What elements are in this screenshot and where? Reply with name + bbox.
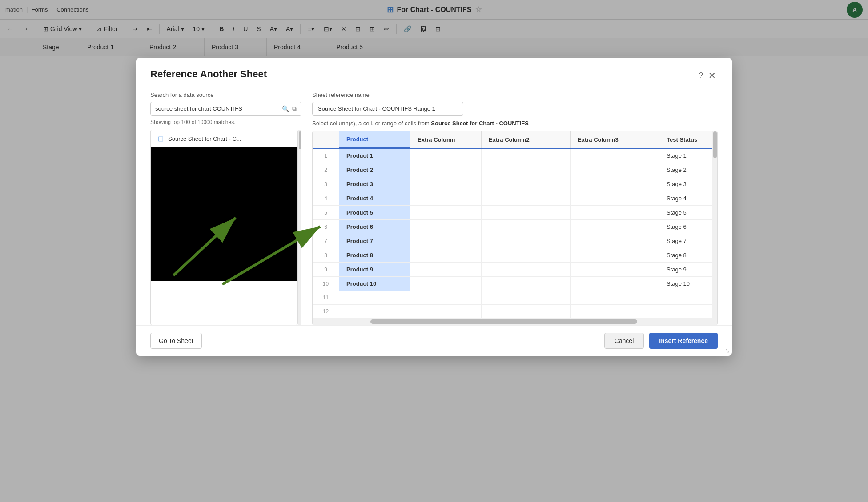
grid-col-extra3[interactable]: Extra Column3 <box>571 131 659 148</box>
grid-col-extra[interactable]: Extra Column <box>410 131 482 148</box>
cell-extra-12[interactable] <box>410 305 482 318</box>
cell-extra3-4[interactable] <box>571 191 659 205</box>
grid-col-test-status[interactable]: Test Status <box>659 131 718 148</box>
cell-extra2-12[interactable] <box>482 305 571 318</box>
cell-status-7[interactable]: Stage 7 <box>659 234 717 248</box>
cell-product-7[interactable]: Product 7 <box>339 234 410 248</box>
cell-product-2[interactable]: Product 2 <box>339 163 410 177</box>
cell-status-1[interactable]: Stage 1 <box>659 149 717 163</box>
cell-product-12[interactable] <box>339 305 410 318</box>
sheet-list-container: ⊞ Source Sheet for Chart - C... <box>150 130 298 325</box>
search-label: Search for a data source <box>150 92 301 98</box>
search-input[interactable] <box>155 105 279 112</box>
cell-extra3-8[interactable] <box>571 248 659 262</box>
cell-product-1[interactable]: Product 1 <box>339 149 410 163</box>
cell-extra3-5[interactable] <box>571 206 659 219</box>
sheet-item-name: Source Sheet for Chart - C... <box>168 135 241 142</box>
cell-status-3[interactable]: Stage 3 <box>659 177 717 191</box>
cell-extra3-9[interactable] <box>571 263 659 276</box>
cell-extra3-7[interactable] <box>571 234 659 248</box>
copy-icon[interactable]: ⧉ <box>292 105 297 112</box>
cell-extra3-11[interactable] <box>571 291 659 304</box>
cell-extra2-8[interactable] <box>482 248 571 262</box>
cell-extra3-10[interactable] <box>571 277 659 291</box>
close-button[interactable]: ✕ <box>707 68 718 83</box>
cell-extra2-11[interactable] <box>482 291 571 304</box>
grid-right-scrollbar[interactable] <box>712 131 717 325</box>
row-num-1: 1 <box>313 149 339 163</box>
cell-extra2-3[interactable] <box>482 177 571 191</box>
row-num-6: 6 <box>313 220 339 234</box>
cell-extra2-9[interactable] <box>482 263 571 276</box>
table-row: 12 <box>313 305 717 318</box>
left-scrollbar[interactable] <box>298 130 301 325</box>
data-grid: Product Extra Column Extra Column2 Extra… <box>312 131 718 325</box>
ref-name-input[interactable] <box>312 102 463 116</box>
cell-status-5[interactable]: Stage 5 <box>659 206 717 219</box>
cancel-button[interactable]: Cancel <box>604 333 644 349</box>
footer-right: Cancel Insert Reference <box>604 333 718 349</box>
cell-extra-7[interactable] <box>410 234 482 248</box>
grid-scrollbar[interactable] <box>313 318 717 325</box>
cell-product-3[interactable]: Product 3 <box>339 177 410 191</box>
cell-extra2-10[interactable] <box>482 277 571 291</box>
cell-status-10[interactable]: Stage 10 <box>659 277 717 291</box>
grid-header: Product Extra Column Extra Column2 Extra… <box>313 131 717 149</box>
cell-product-10[interactable]: Product 10 <box>339 277 410 291</box>
cell-extra3-12[interactable] <box>571 305 659 318</box>
cell-extra-4[interactable] <box>410 191 482 205</box>
cell-extra2-6[interactable] <box>482 220 571 234</box>
cell-extra2-4[interactable] <box>482 191 571 205</box>
cell-extra3-3[interactable] <box>571 177 659 191</box>
cell-status-12[interactable] <box>659 305 717 318</box>
cell-status-8[interactable]: Stage 8 <box>659 248 717 262</box>
table-row: 1 Product 1 Stage 1 <box>313 149 717 163</box>
cell-extra-6[interactable] <box>410 220 482 234</box>
grid-col-product[interactable]: Product <box>339 131 410 148</box>
insert-reference-button[interactable]: Insert Reference <box>649 333 718 349</box>
cell-extra-5[interactable] <box>410 206 482 219</box>
cell-product-5[interactable]: Product 5 <box>339 206 410 219</box>
cell-product-8[interactable]: Product 8 <box>339 248 410 262</box>
cell-status-11[interactable] <box>659 291 717 304</box>
cell-extra-2[interactable] <box>410 163 482 177</box>
modal-header-actions: ? ✕ <box>695 68 718 83</box>
cell-product-11[interactable] <box>339 291 410 304</box>
cell-extra-11[interactable] <box>410 291 482 304</box>
resize-handle[interactable]: ⤡ <box>725 347 730 354</box>
grid-right-scroll-thumb[interactable] <box>713 131 717 158</box>
cell-extra2-5[interactable] <box>482 206 571 219</box>
cell-extra3-2[interactable] <box>571 163 659 177</box>
cell-product-4[interactable]: Product 4 <box>339 191 410 205</box>
cell-extra-10[interactable] <box>410 277 482 291</box>
cell-status-4[interactable]: Stage 4 <box>659 191 717 205</box>
ref-name-label: Sheet reference name <box>312 92 718 98</box>
select-source-name: Source Sheet for Chart - COUNTIFS <box>431 120 529 127</box>
cell-product-9[interactable]: Product 9 <box>339 263 410 276</box>
sheet-list-item[interactable]: ⊞ Source Sheet for Chart - C... <box>151 130 297 147</box>
cell-status-9[interactable]: Stage 9 <box>659 263 717 276</box>
cell-extra-3[interactable] <box>410 177 482 191</box>
grid-scrollbar-thumb[interactable] <box>370 319 637 324</box>
go-to-sheet-button[interactable]: Go To Sheet <box>150 333 202 349</box>
help-button[interactable]: ? <box>695 70 707 81</box>
grid-col-extra2[interactable]: Extra Column2 <box>482 131 571 148</box>
cell-extra2-2[interactable] <box>482 163 571 177</box>
table-row: 3 Product 3 Stage 3 <box>313 177 717 191</box>
cell-status-2[interactable]: Stage 2 <box>659 163 717 177</box>
reference-sheet-modal: Reference Another Sheet ? ✕ Search for a… <box>136 58 732 356</box>
cell-status-6[interactable]: Stage 6 <box>659 220 717 234</box>
left-panel: Search for a data source 🔍 ⧉ Showing top… <box>150 90 301 325</box>
row-num-7: 7 <box>313 234 339 248</box>
cell-extra2-7[interactable] <box>482 234 571 248</box>
left-scrollbar-thumb <box>299 131 301 149</box>
cell-product-6[interactable]: Product 6 <box>339 220 410 234</box>
cell-extra3-1[interactable] <box>571 149 659 163</box>
modal-overlay: Reference Another Sheet ? ✕ Search for a… <box>0 0 868 502</box>
row-num-10: 10 <box>313 277 339 291</box>
cell-extra-9[interactable] <box>410 263 482 276</box>
cell-extra2-1[interactable] <box>482 149 571 163</box>
cell-extra-8[interactable] <box>410 248 482 262</box>
cell-extra-1[interactable] <box>410 149 482 163</box>
cell-extra3-6[interactable] <box>571 220 659 234</box>
